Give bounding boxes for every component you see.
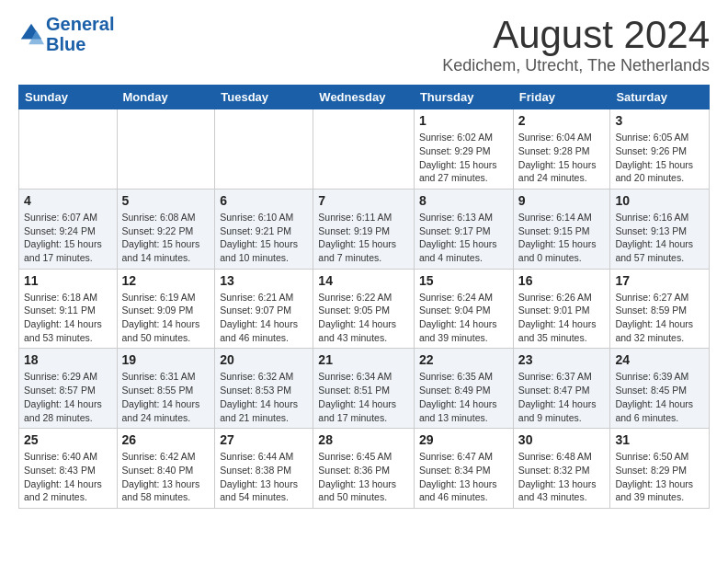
calendar-cell: 20Sunrise: 6:32 AM Sunset: 8:53 PM Dayli… <box>215 349 313 429</box>
day-info: Sunrise: 6:08 AM Sunset: 9:22 PM Dayligh… <box>122 211 210 265</box>
calendar-week-2: 4Sunrise: 6:07 AM Sunset: 9:24 PM Daylig… <box>19 189 710 269</box>
day-info: Sunrise: 6:39 AM Sunset: 8:45 PM Dayligh… <box>615 370 704 424</box>
day-number: 27 <box>220 432 308 447</box>
day-info: Sunrise: 6:34 AM Sunset: 8:51 PM Dayligh… <box>318 370 409 424</box>
day-info: Sunrise: 6:50 AM Sunset: 8:29 PM Dayligh… <box>615 450 704 504</box>
col-saturday: Saturday <box>610 86 710 109</box>
calendar-cell: 25Sunrise: 6:40 AM Sunset: 8:43 PM Dayli… <box>19 429 118 509</box>
day-info: Sunrise: 6:47 AM Sunset: 8:34 PM Dayligh… <box>419 450 508 504</box>
logo-text: General Blue <box>46 14 114 54</box>
logo: General Blue <box>18 14 114 54</box>
calendar-cell: 18Sunrise: 6:29 AM Sunset: 8:57 PM Dayli… <box>19 349 118 429</box>
calendar-week-1: 1Sunrise: 6:02 AM Sunset: 9:29 PM Daylig… <box>19 109 710 190</box>
day-number: 24 <box>615 352 704 367</box>
col-friday: Friday <box>513 86 610 109</box>
day-info: Sunrise: 6:48 AM Sunset: 8:32 PM Dayligh… <box>518 450 606 504</box>
calendar-week-4: 18Sunrise: 6:29 AM Sunset: 8:57 PM Dayli… <box>19 349 710 429</box>
day-number: 29 <box>419 432 508 447</box>
day-number: 17 <box>615 273 704 288</box>
main-title: August 2024 <box>442 14 710 56</box>
day-info: Sunrise: 6:44 AM Sunset: 8:38 PM Dayligh… <box>220 450 308 504</box>
calendar-cell: 15Sunrise: 6:24 AM Sunset: 9:04 PM Dayli… <box>414 269 513 349</box>
day-number: 23 <box>518 352 606 367</box>
calendar-cell: 19Sunrise: 6:31 AM Sunset: 8:55 PM Dayli… <box>117 349 215 429</box>
day-number: 12 <box>122 273 210 288</box>
day-info: Sunrise: 6:37 AM Sunset: 8:47 PM Dayligh… <box>518 370 606 424</box>
day-info: Sunrise: 6:10 AM Sunset: 9:21 PM Dayligh… <box>220 211 308 265</box>
day-info: Sunrise: 6:21 AM Sunset: 9:07 PM Dayligh… <box>220 291 308 345</box>
day-number: 14 <box>318 273 409 288</box>
calendar-cell: 30Sunrise: 6:48 AM Sunset: 8:32 PM Dayli… <box>513 429 610 509</box>
calendar-cell: 6Sunrise: 6:10 AM Sunset: 9:21 PM Daylig… <box>215 189 313 269</box>
calendar-week-3: 11Sunrise: 6:18 AM Sunset: 9:11 PM Dayli… <box>19 269 710 349</box>
title-block: August 2024 Kedichem, Utrecht, The Nethe… <box>442 14 710 75</box>
calendar-cell: 31Sunrise: 6:50 AM Sunset: 8:29 PM Dayli… <box>610 429 710 509</box>
day-number: 11 <box>24 273 112 288</box>
day-info: Sunrise: 6:22 AM Sunset: 9:05 PM Dayligh… <box>318 291 409 345</box>
day-info: Sunrise: 6:19 AM Sunset: 9:09 PM Dayligh… <box>122 291 210 345</box>
calendar-cell: 7Sunrise: 6:11 AM Sunset: 9:19 PM Daylig… <box>313 189 415 269</box>
calendar-cell <box>215 109 313 190</box>
header: General Blue August 2024 Kedichem, Utrec… <box>18 14 710 75</box>
day-number: 1 <box>419 113 508 128</box>
day-info: Sunrise: 6:11 AM Sunset: 9:19 PM Dayligh… <box>318 211 409 265</box>
day-number: 22 <box>419 352 508 367</box>
day-info: Sunrise: 6:02 AM Sunset: 9:29 PM Dayligh… <box>419 131 508 185</box>
day-info: Sunrise: 6:14 AM Sunset: 9:15 PM Dayligh… <box>518 211 606 265</box>
col-wednesday: Wednesday <box>313 86 415 109</box>
calendar-cell: 23Sunrise: 6:37 AM Sunset: 8:47 PM Dayli… <box>513 349 610 429</box>
subtitle: Kedichem, Utrecht, The Netherlands <box>442 56 710 75</box>
calendar-cell <box>19 109 118 190</box>
calendar-cell: 4Sunrise: 6:07 AM Sunset: 9:24 PM Daylig… <box>19 189 118 269</box>
col-monday: Monday <box>117 86 215 109</box>
calendar-cell <box>313 109 415 190</box>
col-sunday: Sunday <box>19 86 118 109</box>
calendar-cell: 26Sunrise: 6:42 AM Sunset: 8:40 PM Dayli… <box>117 429 215 509</box>
day-number: 26 <box>122 432 210 447</box>
day-number: 18 <box>24 352 112 367</box>
calendar-cell: 1Sunrise: 6:02 AM Sunset: 9:29 PM Daylig… <box>414 109 513 190</box>
day-number: 9 <box>518 193 606 208</box>
calendar-cell: 22Sunrise: 6:35 AM Sunset: 8:49 PM Dayli… <box>414 349 513 429</box>
day-info: Sunrise: 6:40 AM Sunset: 8:43 PM Dayligh… <box>24 450 112 504</box>
calendar-cell: 9Sunrise: 6:14 AM Sunset: 9:15 PM Daylig… <box>513 189 610 269</box>
calendar-week-5: 25Sunrise: 6:40 AM Sunset: 8:43 PM Dayli… <box>19 429 710 509</box>
day-info: Sunrise: 6:35 AM Sunset: 8:49 PM Dayligh… <box>419 370 508 424</box>
day-number: 6 <box>220 193 308 208</box>
day-info: Sunrise: 6:07 AM Sunset: 9:24 PM Dayligh… <box>24 211 112 265</box>
day-info: Sunrise: 6:24 AM Sunset: 9:04 PM Dayligh… <box>419 291 508 345</box>
day-number: 10 <box>615 193 704 208</box>
calendar-cell: 28Sunrise: 6:45 AM Sunset: 8:36 PM Dayli… <box>313 429 415 509</box>
day-number: 25 <box>24 432 112 447</box>
calendar-cell: 16Sunrise: 6:26 AM Sunset: 9:01 PM Dayli… <box>513 269 610 349</box>
page: General Blue August 2024 Kedichem, Utrec… <box>0 0 728 523</box>
calendar-cell: 21Sunrise: 6:34 AM Sunset: 8:51 PM Dayli… <box>313 349 415 429</box>
calendar-cell: 13Sunrise: 6:21 AM Sunset: 9:07 PM Dayli… <box>215 269 313 349</box>
day-number: 7 <box>318 193 409 208</box>
day-number: 8 <box>419 193 508 208</box>
day-info: Sunrise: 6:18 AM Sunset: 9:11 PM Dayligh… <box>24 291 112 345</box>
day-info: Sunrise: 6:31 AM Sunset: 8:55 PM Dayligh… <box>122 370 210 424</box>
day-number: 19 <box>122 352 210 367</box>
day-info: Sunrise: 6:45 AM Sunset: 8:36 PM Dayligh… <box>318 450 409 504</box>
day-info: Sunrise: 6:26 AM Sunset: 9:01 PM Dayligh… <box>518 291 606 345</box>
day-info: Sunrise: 6:29 AM Sunset: 8:57 PM Dayligh… <box>24 370 112 424</box>
logo-icon <box>18 21 44 47</box>
day-info: Sunrise: 6:27 AM Sunset: 8:59 PM Dayligh… <box>615 291 704 345</box>
day-info: Sunrise: 6:42 AM Sunset: 8:40 PM Dayligh… <box>122 450 210 504</box>
calendar-header-row: Sunday Monday Tuesday Wednesday Thursday… <box>19 86 710 109</box>
day-number: 16 <box>518 273 606 288</box>
day-info: Sunrise: 6:16 AM Sunset: 9:13 PM Dayligh… <box>615 211 704 265</box>
day-number: 5 <box>122 193 210 208</box>
day-number: 30 <box>518 432 606 447</box>
col-thursday: Thursday <box>414 86 513 109</box>
calendar-cell: 5Sunrise: 6:08 AM Sunset: 9:22 PM Daylig… <box>117 189 215 269</box>
calendar-cell: 14Sunrise: 6:22 AM Sunset: 9:05 PM Dayli… <box>313 269 415 349</box>
calendar-cell <box>117 109 215 190</box>
day-info: Sunrise: 6:32 AM Sunset: 8:53 PM Dayligh… <box>220 370 308 424</box>
day-number: 31 <box>615 432 704 447</box>
day-number: 13 <box>220 273 308 288</box>
day-number: 21 <box>318 352 409 367</box>
day-number: 28 <box>318 432 409 447</box>
day-number: 3 <box>615 113 704 128</box>
